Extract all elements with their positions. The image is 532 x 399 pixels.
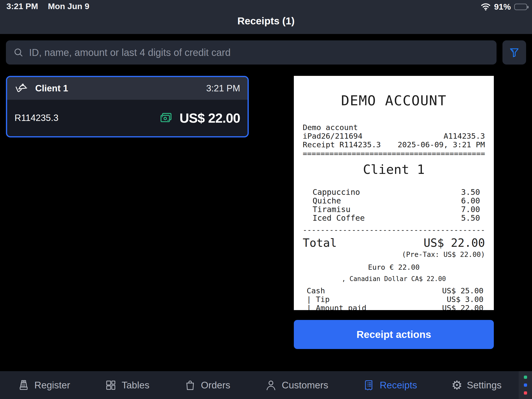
edge-indicator-strip: [519, 371, 532, 399]
item-price: 3.50: [461, 188, 480, 197]
receipt-actions-button[interactable]: Receipt actions: [294, 320, 494, 349]
receipt-pretax-line: (Pre-Tax: US$ 22.00): [303, 250, 485, 259]
status-bar-left: 3:21 PM Mon Jun 9: [6, 1, 89, 11]
item-price: 5.50: [461, 214, 480, 222]
tab-label: Receipts: [380, 380, 417, 391]
cash-register-icon: [17, 379, 30, 392]
serving-cloche-icon: [15, 81, 29, 96]
receipt-total-row: Total US$ 22.00: [303, 236, 485, 250]
status-time: 3:21 PM: [6, 1, 38, 11]
tables-grid-icon: [104, 379, 117, 392]
item-name: Tiramisu: [313, 205, 350, 214]
receipt-items: Cappuccino 3.50 Quiche 6.00 Tiramisu 7.0…: [303, 188, 485, 222]
item-name: Iced Coffee: [313, 214, 365, 222]
payment-row: Cash US$ 25.00: [307, 286, 483, 295]
receipt-amount: US$ 22.00: [180, 110, 240, 126]
payment-label: | Tip: [307, 295, 330, 304]
receipts-icon: [363, 379, 375, 392]
receipt-item-row: Iced Coffee 5.50: [313, 214, 480, 222]
search-icon: [13, 47, 24, 58]
tab-label: Customers: [282, 380, 328, 391]
item-name: Quiche: [313, 197, 341, 205]
status-date: Mon Jun 9: [48, 1, 89, 11]
green-status-dot: [524, 376, 527, 379]
total-amount: US$ 22.00: [424, 236, 485, 250]
receipt-list-item[interactable]: Client 1 3:21 PM R114235.3 US$ 22.00: [6, 76, 249, 137]
payment-row: | Tip US$ 3.00: [307, 295, 483, 304]
payment-label: Cash: [307, 286, 325, 295]
receipt-payments: Cash US$ 25.00 | Tip US$ 3.00 | Amount p…: [303, 286, 485, 310]
receipt-store-title: DEMO ACCOUNT: [303, 92, 485, 109]
receipt-item-row: Quiche 6.00: [313, 197, 480, 205]
payment-amount: US$ 3.00: [447, 295, 483, 304]
receipt-divider-double: ========================================…: [303, 149, 485, 158]
receipt-invoice-number: A114235.3: [444, 132, 485, 140]
tab-tables[interactable]: Tables: [104, 379, 150, 392]
receipt-item-row: Tiramisu 7.00: [313, 205, 480, 214]
cash-icon: [159, 111, 173, 125]
filter-funnel-icon: [508, 47, 520, 58]
customers-person-icon: [265, 379, 277, 392]
item-price: 7.00: [461, 205, 480, 214]
receipt-time: 3:21 PM: [206, 83, 240, 94]
tab-label: Tables: [122, 380, 150, 391]
payment-amount: US$ 25.00: [442, 286, 483, 295]
receipt-device-id: iPad26/211694: [303, 132, 363, 140]
filter-button[interactable]: [502, 40, 526, 65]
red-status-dot: [524, 391, 527, 395]
wifi-icon: [481, 3, 491, 11]
battery-icon: [514, 4, 527, 10]
battery-percent: 91%: [494, 2, 511, 12]
search-bar[interactable]: [6, 40, 497, 65]
receipt-cad-line: , Canadian Dollar CA$ 22.00: [303, 275, 485, 283]
tab-label: Register: [34, 380, 70, 391]
item-name: Cappuccino: [313, 188, 360, 197]
receipt-datetime: 2025-06-09, 3:21 PM: [398, 140, 485, 149]
tab-label: Settings: [467, 380, 501, 391]
total-label: Total: [303, 236, 337, 250]
gear-icon: ⚙: [451, 379, 463, 392]
payment-row: | Amount paid US$ 22.00: [307, 304, 483, 310]
item-price: 6.00: [461, 197, 480, 205]
receipt-account-name: Demo account: [303, 123, 358, 132]
blue-status-dot: [524, 383, 527, 387]
receipt-client-name: Client 1: [35, 83, 68, 94]
receipt-number: Receipt R114235.3: [303, 140, 381, 149]
payment-label: | Amount paid: [307, 304, 366, 310]
tab-settings[interactable]: ⚙ Settings: [451, 379, 502, 392]
receipt-divider-dashed: ----------------------------------------…: [303, 225, 485, 235]
tab-bar: Register Tables Orders Customers Receipt…: [0, 371, 532, 399]
tab-orders[interactable]: Orders: [184, 379, 230, 392]
page-title: Receipts (1): [0, 15, 532, 27]
receipt-id: R114235.3: [15, 113, 58, 123]
receipt-card-body: R114235.3 US$ 22.00: [7, 100, 248, 136]
receipt-item-row: Cappuccino 3.50: [313, 188, 480, 197]
search-input[interactable]: [29, 47, 489, 58]
receipt-card-header: Client 1 3:21 PM: [7, 77, 248, 100]
receipt-client-heading: Client 1: [303, 161, 485, 178]
receipt-preview[interactable]: DEMO ACCOUNT Demo account iPad26/211694 …: [294, 76, 494, 310]
status-bar-right: 91%: [481, 2, 527, 12]
tab-register[interactable]: Register: [17, 379, 70, 392]
tab-receipts[interactable]: Receipts: [363, 379, 417, 392]
receipt-meta: Demo account iPad26/211694 A114235.3 Rec…: [303, 123, 485, 149]
shopping-bag-icon: [184, 379, 197, 392]
receipt-euro-line: Euro € 22.00: [303, 263, 485, 272]
header-band: 3:21 PM Mon Jun 9 91% Receipts (1): [0, 0, 532, 34]
tab-customers[interactable]: Customers: [265, 379, 328, 392]
tab-label: Orders: [201, 380, 230, 391]
payment-amount: US$ 22.00: [442, 304, 483, 310]
